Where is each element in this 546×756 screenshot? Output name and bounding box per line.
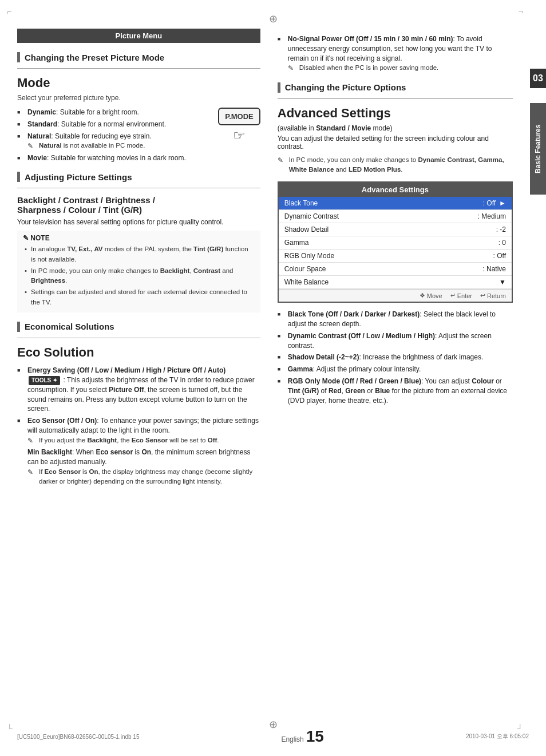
advanced-settings-header: Advanced Settings [279,183,512,197]
eco-sensor-note1: If you adjust the Backlight, the Eco Sen… [27,436,260,445]
mode-item-movie: Movie: Suitable for watching movies in a… [17,153,260,163]
section-adjust-picture: Adjusting Picture Settings [17,172,260,182]
colour-space-label: Colour Space [284,265,477,273]
advanced-desc-list: Black Tone (Off / Dark / Darker / Darkes… [278,310,513,405]
sidebar-chapter-number: 03 [530,69,546,88]
crosshair-top: ⊕ [269,13,278,25]
black-tone-arrow: ► [499,199,506,207]
left-column: Picture Menu Changing the Preset Picture… [17,29,272,727]
note-title: ✎ NOTE [23,234,255,242]
eco-title: Eco Solution [17,345,260,360]
settings-row-colour-space[interactable]: Colour Space : Native [279,263,512,276]
min-backlight-text: Min Backlight: When Eco sensor is On, th… [27,448,260,467]
gamma-value: : 0 [498,239,506,247]
mode-item-dynamic: Dynamic: Suitable for a bright room. [17,108,260,117]
section-bar-line-3 [17,322,20,332]
colour-space-value: : Native [482,265,506,273]
footer-page-num: 15 [306,729,324,745]
note-item-1: In analogue TV, Ext., AV modes of the PA… [23,244,255,264]
settings-nav-bar: ❖ Move ↵ Enter ↩ Return [279,289,512,302]
desc-black-tone: Black Tone (Off / Dark / Darker / Darkes… [278,310,513,329]
nav-return-label: Return [487,292,506,299]
backlight-desc: Your television has several setting opti… [17,218,260,226]
footer-filename: [UC5100_Eeuro]BN68-02656C-00L05-1.indb 1… [17,734,139,740]
return-icon: ↩ [480,292,485,299]
section-adjust-title: Adjusting Picture Settings [25,172,132,182]
mode-title: Mode [17,76,260,90]
black-tone-value: : Off [483,199,496,207]
advanced-settings-title: Advanced Settings [278,106,513,121]
backlight-title-2: Sharpness / Colour / Tint (G/R) [17,205,142,215]
settings-row-shadow-detail[interactable]: Shadow Detail : -2 [279,223,512,236]
advanced-settings-table: Advanced Settings Black Tone : Off ► Dyn… [278,181,513,303]
settings-row-rgb-only[interactable]: RGB Only Mode : Off [279,250,512,263]
white-balance-label: White Balance [284,278,499,286]
black-tone-label: Black Tone [284,199,477,207]
section-underline-4 [278,98,513,99]
note-item-3: Settings can be adjusted and stored for … [23,287,255,307]
section-underline-2 [17,188,260,188]
mode-subtitle: Select your preferred picture type. [17,94,260,102]
nav-return: ↩ Return [480,292,506,299]
advanced-desc1: You can adjust the detailed setting for … [278,134,513,151]
advanced-subtitle: (available in Standard / Movie mode) [278,124,513,132]
note-item-2: In PC mode, you can only make changes to… [23,266,255,286]
dynamic-contrast-value: : Medium [478,212,506,220]
picture-menu-header: Picture Menu [17,29,260,43]
mode-list: Dynamic: Suitable for a bright room. Sta… [17,108,260,163]
section-eco-title: Economical Solutions [25,322,114,331]
eco-list: Energy Saving (Off / Low / Medium / High… [17,366,260,486]
rgb-only-value: : Off [493,252,506,260]
settings-row-black-tone[interactable]: Black Tone : Off ► [279,197,512,210]
corner-mark-tr: ¬ [519,7,523,16]
enter-icon: ↵ [450,292,456,299]
mode-item-standard: Standard: Suitable for a normal environm… [17,120,260,129]
section-preset-mode-title: Changing the Preset Picture Mode [25,53,164,62]
white-balance-arrow: ▼ [499,278,506,286]
desc-dynamic-contrast: Dynamic Contrast (Off / Low / Medium / H… [278,331,513,351]
desc-rgb-only: RGB Only Mode (Off / Red / Green / Blue)… [278,377,513,405]
eco-item-energy: Energy Saving (Off / Low / Medium / High… [17,366,260,414]
right-column: No-Signal Power Off (Off / 15 min / 30 m… [272,29,513,727]
page-footer: [UC5100_Eeuro]BN68-02656C-00L05-1.indb 1… [0,729,546,745]
tools-badge: TOOLS ✦ [29,376,60,385]
shadow-detail-label: Shadow Detail [284,225,490,233]
desc-shadow-detail: Shadow Detail (-2~+2): Increase the brig… [278,353,513,362]
nav-move: ❖ Move [420,292,442,299]
section-bar-line [17,52,20,62]
backlight-heading: Backlight / Contrast / Brightness / Shar… [17,195,260,215]
move-icon: ❖ [420,292,425,299]
nav-move-label: Move [427,292,442,299]
section-eco: Economical Solutions [17,322,260,332]
dynamic-contrast-label: Dynamic Contrast [284,212,472,220]
settings-row-gamma[interactable]: Gamma : 0 [279,236,512,250]
nosignal-note: Disabled when the PC is in power saving … [288,63,513,73]
footer-lang: English [281,735,303,743]
section-bar-line-4 [278,82,280,93]
footer-date: 2010-03-01 오후 6:05:02 [466,733,529,741]
nosignal-list: No-Signal Power Off (Off / 15 min / 30 m… [278,34,513,73]
section-underline-1 [17,68,260,69]
settings-row-dynamic-contrast[interactable]: Dynamic Contrast : Medium [279,210,512,223]
gamma-label: Gamma [284,239,493,247]
footer-page-number: English 15 [281,729,324,745]
section-picture-options-title: Changing the Picture Options [285,82,406,92]
eco-item-sensor: Eco Sensor (Off / On): To enhance your p… [17,416,260,486]
nosignal-item: No-Signal Power Off (Off / 15 min / 30 m… [278,34,513,73]
section-preset-mode: Changing the Preset Picture Mode [17,52,260,62]
corner-mark-tl: ⌐ [7,7,11,16]
desc-gamma: Gamma: Adjust the primary colour intensi… [278,365,513,374]
section-bar-line-2 [17,172,20,182]
section-underline-3 [17,338,260,338]
nav-enter-label: Enter [457,292,472,299]
nav-enter: ↵ Enter [450,292,472,299]
advanced-note: In PC mode, you can only make changes to… [278,155,513,175]
backlight-title-1: Backlight / Contrast / Brightness / [17,195,155,205]
natural-note: Natural is not available in PC mode. [27,141,260,151]
section-picture-options: Changing the Picture Options [278,82,513,93]
eco-sensor-note2: If Eco Sensor is On, the display brightn… [27,467,260,487]
sidebar-chapter-label: Basic Features [530,103,546,195]
note-section: ✎ NOTE In analogue TV, Ext., AV modes of… [17,231,260,312]
rgb-only-label: RGB Only Mode [284,252,488,260]
settings-row-white-balance[interactable]: White Balance ▼ [279,276,512,289]
